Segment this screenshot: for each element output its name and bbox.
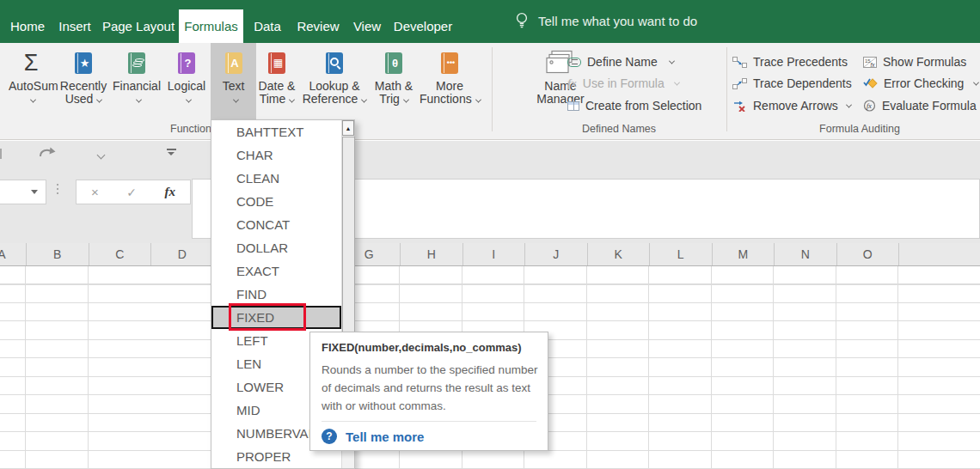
tab-view[interactable]: View [346,9,388,43]
logical-button[interactable]: ? Logical [163,45,210,120]
math-trig-button[interactable]: θ Math & Trig [370,45,418,120]
math-trig-book-icon: θ [385,52,402,74]
dropdown-chevron-icon [669,58,675,64]
column-header-n[interactable]: N [775,243,837,265]
more-functions-book-icon: ••• [441,52,458,74]
menu-item-concat[interactable]: CONCAT [211,213,341,236]
tab-formulas[interactable]: Formulas [179,9,243,43]
show-formulas-icon: 15fx [863,57,877,68]
more-functions-button[interactable]: ••• More Functions [420,45,480,120]
tell-me-lightbulb-icon [513,11,530,35]
tab-review[interactable]: Review [292,9,344,43]
evaluate-formula-icon: fx [863,100,876,112]
date-time-button[interactable]: ▦ Date & Time [254,45,299,120]
tab-insert[interactable]: Insert [52,9,98,43]
error-checking-button[interactable]: Error Checking [863,74,978,93]
dropdown-chevron-icon [96,97,102,103]
trace-precedents-button[interactable]: Trace Precedents [732,52,848,71]
column-header-j[interactable]: J [525,243,588,265]
lookup-reference-book-icon [326,52,343,74]
column-header-partial[interactable] [899,243,980,265]
trace-dependents-button[interactable]: Trace Dependents [732,74,852,93]
dropdown-chevron-icon [361,97,367,103]
date-time-book-icon: ▦ [268,52,285,74]
column-header-k[interactable]: K [588,243,651,265]
name-box-dropdown-icon[interactable] [31,190,38,194]
menu-item-find[interactable]: FIND [211,283,341,306]
dropdown-chevron-icon [475,97,481,103]
cancel-icon[interactable]: × [91,185,99,199]
qat-cropped-icon [0,149,2,159]
name-box-resize-handle[interactable] [57,184,58,197]
name-box[interactable] [0,180,46,204]
formula-bar-buttons: × ✓ fx [76,180,191,204]
dropdown-chevron-icon [136,97,142,103]
error-checking-icon [863,77,878,89]
tab-developer[interactable]: Developer [391,9,455,43]
column-header-d[interactable]: D [151,243,214,265]
column-header-h[interactable]: H [401,243,463,265]
function-tooltip: FIXED(number,decimals,no_commas) Rounds … [309,332,548,451]
customize-qat-icon[interactable] [167,149,176,155]
financial-button[interactable]: Financial [112,45,162,120]
tell-me-box[interactable]: Tell me what you want to do [538,0,697,43]
redo-icon[interactable] [38,145,58,162]
menu-scroll-up-icon[interactable]: ▲ [342,120,354,136]
column-header-o[interactable]: O [837,243,900,265]
column-header-l[interactable]: L [650,243,713,265]
menu-item-dollar[interactable]: DOLLAR [211,236,341,259]
group-divider [492,47,493,131]
ribbon: Σ AutoSum ★ Recently Used Financial ? Lo… [0,43,980,140]
autosum-button[interactable]: Σ AutoSum [9,45,53,120]
fixed-annotation-box [229,303,306,331]
column-headers: A B C D G H I J K L M N O [0,243,980,266]
tab-page-layout[interactable]: Page Layout [100,9,177,43]
insert-function-icon[interactable]: fx [165,185,176,199]
menu-item-fixed[interactable]: FIXED [211,306,341,329]
menu-item-bahttext[interactable]: BAHTTEXT [211,120,341,143]
autosum-label: AutoSum [9,80,53,93]
dropdown-chevron-icon [674,79,680,85]
recently-used-button[interactable]: ★ Recently Used [57,45,110,120]
text-button[interactable]: A Text [211,45,256,120]
trace-precedents-icon [732,57,747,68]
column-header-m[interactable]: M [713,243,775,265]
dropdown-chevron-icon [30,97,36,103]
tooltip-title: FIXED(number,decimals,no_commas) [322,341,536,354]
use-in-formula-button[interactable]: fx Use in Formula [567,74,679,93]
svg-text:fx: fx [867,102,872,110]
column-header-a[interactable]: A [0,243,27,265]
defined-names-group-label: Defined Names [550,123,688,135]
show-formulas-button[interactable]: 15fx Show Formulas [863,52,966,71]
financial-book-icon [128,52,145,74]
tell-me-more-label[interactable]: Tell me more [346,429,424,444]
evaluate-formula-button[interactable]: fx Evaluate Formula [863,96,977,115]
trace-dependents-icon [732,78,747,89]
svg-text:fx: fx [871,61,876,67]
tab-home[interactable]: Home [7,9,48,43]
formula-bar-strip: × ✓ fx [0,141,980,243]
column-header-c[interactable]: C [89,243,152,265]
lookup-reference-button[interactable]: Lookup & Reference [301,45,368,120]
dropdown-chevron-icon [186,97,192,103]
create-from-selection-icon [567,101,579,111]
tab-data[interactable]: Data [246,9,289,43]
create-from-selection-button[interactable]: Create from Selection [567,96,701,115]
excel-window: Home Insert Page Layout Formulas Data Re… [0,0,980,469]
autosum-sigma-icon: Σ [9,48,53,77]
define-name-button[interactable]: Define Name [567,52,674,71]
tell-me-more-link[interactable]: ? Tell me more [322,429,536,444]
enter-icon[interactable]: ✓ [126,186,137,199]
define-name-icon [567,58,581,67]
menu-item-code[interactable]: CODE [211,190,341,213]
menu-item-clean[interactable]: CLEAN [211,167,341,190]
column-header-i[interactable]: I [463,243,526,265]
ribbon-tab-bar: Home Insert Page Layout Formulas Data Re… [0,0,980,43]
menu-item-exact[interactable]: EXACT [211,259,341,283]
menu-item-char[interactable]: CHAR [211,143,341,167]
remove-arrows-button[interactable]: Remove Arrows [732,96,851,115]
formula-auditing-group-label: Formula Auditing [791,123,928,135]
redo-dropdown-chevron-icon[interactable] [97,151,106,160]
column-header-b[interactable]: B [27,243,89,265]
tooltip-divider [322,421,536,422]
